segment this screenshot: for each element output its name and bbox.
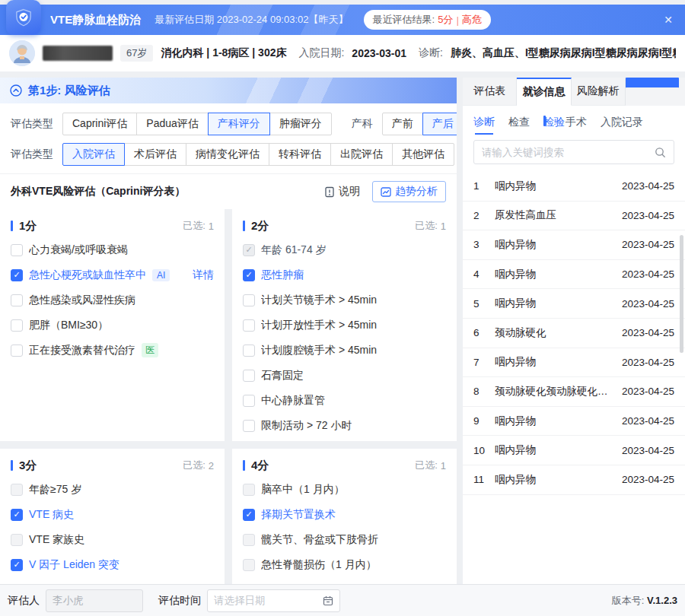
list-item[interactable]: 9咽内异物2023-04-25: [463, 407, 685, 437]
filter-tumor-score-button[interactable]: 肿瘤评分: [269, 113, 332, 135]
caprini-item[interactable]: 急性脊髓损伤（1 月内）: [243, 552, 446, 577]
filter-padua-button[interactable]: Padua评估: [136, 113, 208, 135]
checkbox-icon[interactable]: [11, 345, 23, 357]
caprini-item[interactable]: 计划腹腔镜手术 > 45min: [243, 338, 446, 363]
caprini-item[interactable]: 脑卒中（1 月内）: [243, 477, 446, 502]
tab-trend-analysis[interactable]: 趋势分析: [626, 78, 679, 88]
scrollbar-thumb[interactable]: [680, 235, 683, 353]
trend-analysis-button[interactable]: 趋势分析: [372, 181, 446, 202]
list-item[interactable]: 1咽内异物2023-04-25: [463, 172, 685, 202]
checkbox-icon[interactable]: [11, 484, 23, 496]
subtab-lab[interactable]: 检验: [543, 116, 546, 126]
filter-other-button[interactable]: 其他评估: [392, 143, 454, 166]
list-item[interactable]: 11咽内异物2023-04-25: [463, 465, 685, 495]
caprini-item[interactable]: 急性感染或风湿性疾病: [11, 287, 214, 313]
help-label: 说明: [339, 185, 360, 198]
subtab-exam[interactable]: 检查: [508, 116, 530, 129]
caprini-item[interactable]: 恶性肿瘤: [243, 262, 446, 287]
list-item[interactable]: 5咽内异物2023-04-25: [463, 289, 685, 319]
collapse-icon[interactable]: [10, 84, 22, 97]
patient-age-badge: 67岁: [120, 45, 153, 62]
checkbox-icon[interactable]: [243, 319, 255, 332]
list-item[interactable]: 4咽内异物2023-04-25: [463, 260, 685, 290]
checkbox-icon[interactable]: [243, 294, 255, 306]
subtab-surgery[interactable]: 手术: [566, 116, 587, 129]
filter-postnatal-button[interactable]: 产后: [422, 113, 457, 135]
caprini-item[interactable]: 凝血酶原 20210A 突变: [11, 577, 214, 584]
checkbox-icon[interactable]: [243, 509, 255, 521]
checkbox-icon[interactable]: [243, 370, 255, 382]
caprini-item[interactable]: V 因子 Leiden 突变: [11, 552, 214, 577]
caprini-item[interactable]: VTE 病史: [11, 502, 214, 527]
tab-visit-info[interactable]: 就诊信息: [517, 78, 571, 106]
checkbox-icon[interactable]: [11, 509, 23, 521]
caprini-item[interactable]: 石膏固定: [243, 363, 446, 388]
titlebar-strip: VTE静脉血栓防治 最新评估日期 2023-02-24 09:03:02【昨天】…: [0, 5, 685, 35]
filter-caprini-button[interactable]: Caprini评估: [62, 113, 137, 135]
tab-risk-analysis[interactable]: 风险解析: [572, 78, 626, 106]
checkbox-icon[interactable]: [243, 420, 255, 432]
caprini-item[interactable]: 心力衰竭/或呼吸衰竭: [11, 237, 214, 262]
checkbox-icon[interactable]: [11, 534, 23, 546]
filter-prenatal-button[interactable]: 产前: [382, 113, 423, 135]
date-input[interactable]: [214, 595, 318, 606]
checkbox-icon[interactable]: [243, 269, 255, 281]
caprini-item[interactable]: 正在接受激素替代治疗 医: [11, 338, 214, 363]
document-icon: [324, 186, 335, 198]
app-title: VTE静脉血栓防治: [50, 13, 141, 27]
checkbox-icon[interactable]: [11, 319, 23, 332]
list-item[interactable]: 7咽内异物2023-04-25: [463, 348, 685, 378]
search-input[interactable]: [482, 147, 648, 158]
search-icon[interactable]: [655, 147, 666, 158]
checkbox-icon[interactable]: [243, 559, 255, 571]
caprini-item[interactable]: 髋关节、骨盆或下肢骨折: [243, 527, 446, 552]
caprini-item[interactable]: 肥胖（BMI≥30）: [11, 313, 214, 338]
list-item[interactable]: 6颈动脉硬化2023-04-25: [463, 319, 685, 348]
subtab-diagnosis[interactable]: 诊断: [473, 116, 495, 129]
checkbox-icon[interactable]: [11, 559, 23, 571]
assess-time-picker[interactable]: [207, 589, 340, 612]
row-name: 咽内异物: [495, 297, 622, 310]
item-label: 计划关节镜手术 > 45min: [261, 294, 377, 307]
tab-assessment-sheet[interactable]: 评估表: [463, 78, 517, 106]
row-name: 咽内异物: [495, 414, 622, 428]
caprini-item[interactable]: 年龄 61-74 岁: [243, 237, 446, 262]
list-item[interactable]: 10咽内异物2023-04-25: [463, 436, 685, 465]
assessor-input[interactable]: [46, 589, 143, 612]
checkbox-icon[interactable]: [11, 294, 23, 306]
list-item[interactable]: 3咽内异物2023-04-25: [463, 230, 685, 260]
trend-analysis-label: 趋势分析: [395, 185, 438, 198]
caprini-item[interactable]: 中心静脉置管: [243, 388, 446, 413]
caprini-item[interactable]: 择期关节置换术: [243, 502, 446, 527]
checkbox-icon[interactable]: [11, 244, 23, 256]
filter-discharge-button[interactable]: 出院评估: [330, 143, 393, 166]
checkbox-icon[interactable]: [11, 269, 23, 281]
caprini-item[interactable]: VTE 家族史: [11, 527, 214, 552]
caprini-item[interactable]: 年龄≥75 岁: [11, 477, 214, 502]
checkbox-icon[interactable]: [11, 584, 23, 585]
list-item[interactable]: 8颈动脉硬化颈动脉硬化颈...2023-04-25: [463, 377, 685, 407]
help-button[interactable]: 说明: [324, 185, 360, 198]
checkbox-icon[interactable]: [243, 395, 255, 407]
caprini-item[interactable]: 限制活动 > 72 小时: [243, 413, 446, 438]
checkbox-icon[interactable]: [243, 244, 255, 256]
subtab-admission-record[interactable]: 入院记录: [601, 116, 643, 129]
filter-postop-button[interactable]: 术后评估: [124, 143, 186, 166]
filter-condition-change-button[interactable]: 病情变化评估: [186, 143, 269, 166]
caprini-item[interactable]: 计划开放性手术 > 45min: [243, 313, 446, 338]
row-date: 2023-04-25: [622, 357, 674, 368]
caprini-item[interactable]: 急性心梗死或缺血性卒中 AI 详情: [11, 262, 214, 287]
checkbox-icon[interactable]: [243, 534, 255, 546]
list-item[interactable]: 2原发性高血压2023-04-25: [463, 202, 685, 231]
detail-link[interactable]: 详情: [193, 268, 214, 282]
calendar-icon[interactable]: [323, 595, 333, 606]
checkbox-icon[interactable]: [243, 345, 255, 357]
filter-transfer-button[interactable]: 转科评估: [269, 143, 331, 166]
item-label: 肥胖（BMI≥30）: [29, 319, 108, 332]
filter-admission-button[interactable]: 入院评估: [62, 143, 125, 166]
close-icon[interactable]: ✕: [664, 14, 673, 25]
accent-bar: [11, 221, 13, 231]
filter-obstetric-score-button[interactable]: 产科评分: [208, 113, 270, 135]
caprini-item[interactable]: 计划关节镜手术 > 45min: [243, 287, 446, 313]
checkbox-icon[interactable]: [243, 484, 255, 496]
